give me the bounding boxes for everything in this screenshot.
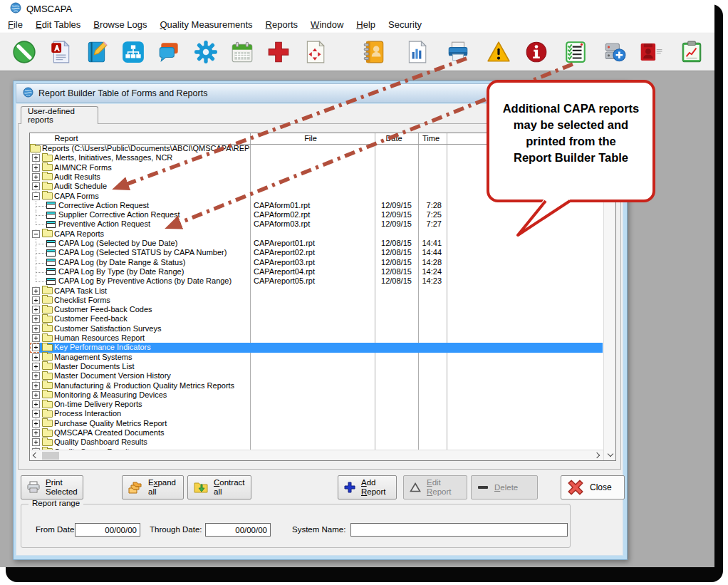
tree-row-folder[interactable]: Customer Satisfaction Surveys	[30, 324, 603, 333]
chat-bubbles-icon[interactable]	[157, 40, 182, 64]
tree-row-leaf[interactable]: CAPA Log (Selected by Due Date)CAPArepor…	[30, 239, 603, 248]
menu-reports[interactable]: Reports	[259, 19, 305, 31]
expand-plus-box[interactable]	[32, 363, 40, 371]
calendar-icon[interactable]	[230, 40, 254, 64]
column-header-report[interactable]: Report	[41, 133, 91, 144]
records-add-icon[interactable]	[603, 40, 627, 64]
expand-plus-box[interactable]	[32, 420, 40, 428]
column-header-file[interactable]: File	[286, 133, 336, 144]
tree-row-folder[interactable]: Management Systems	[30, 353, 603, 362]
expand-plus-box[interactable]	[32, 315, 40, 323]
tree-row-folder[interactable]: Monitoring & Measuring Devices	[30, 390, 603, 400]
tree-row-folder[interactable]: Master Documents List	[30, 362, 603, 371]
menu-browse-logs[interactable]: Browse Logs	[87, 19, 153, 31]
tree-row-folder[interactable]: Customer Feed-back	[30, 314, 603, 323]
tree-row-leaf[interactable]: CAPA Log (by Date Range & Status)CAPArep…	[30, 258, 603, 267]
tree-row-folder[interactable]: Key Performance Indicators	[30, 343, 603, 352]
tree-row-folder[interactable]: Customer Feed-back Codes	[30, 305, 603, 314]
scrollbar-thumb[interactable]	[42, 452, 59, 460]
expand-plus-box[interactable]	[32, 173, 40, 181]
expand-plus-box[interactable]	[32, 372, 40, 380]
clipboard-chart-icon[interactable]	[680, 40, 704, 64]
scroll-left-arrow[interactable]	[30, 450, 41, 460]
column-header-date[interactable]: Date	[373, 133, 415, 144]
tree-row-folder[interactable]: Process Interaction	[30, 409, 603, 418]
tree-row-folder[interactable]: CAPA Task List	[30, 286, 603, 296]
menu-help[interactable]: Help	[350, 19, 382, 31]
collapse-minus-box[interactable]	[32, 192, 40, 200]
expand-plus-box[interactable]	[32, 182, 40, 190]
from-date-input[interactable]	[75, 523, 140, 537]
dialog-title: Report Builder Table of Forms and Report…	[38, 88, 207, 98]
tree-row-folder[interactable]: Purchase Quality Metrics Report	[30, 419, 603, 428]
print-selected-button[interactable]: PrintSelected	[21, 475, 83, 499]
scroll-down-arrow[interactable]	[604, 448, 616, 460]
notebook-edit-icon[interactable]	[85, 40, 109, 64]
tree-row-leaf[interactable]: CAPA Log By Type (by Date Range)CAPArepo…	[30, 267, 603, 276]
expand-plus-box[interactable]	[32, 410, 40, 418]
expand-plus-box[interactable]	[32, 343, 40, 351]
scroll-right-arrow[interactable]	[591, 450, 603, 460]
tree-row-folder[interactable]: Quality Dashboard Results	[30, 438, 603, 447]
tree-row-folder[interactable]: CAPA Reports	[30, 229, 603, 239]
expand-plus-box[interactable]	[32, 400, 40, 408]
menu-security[interactable]: Security	[382, 19, 428, 31]
file-cell: CAPAform01.rpt	[254, 201, 310, 210]
system-name-input[interactable]	[350, 523, 568, 537]
contact-card-icon[interactable]	[640, 40, 664, 64]
callout-bubble: Additional CAPA reports may be selected …	[487, 80, 655, 202]
tab-user-defined-reports[interactable]: User-defined reports	[21, 106, 98, 124]
menu-quality-measurements[interactable]: Quality Measurements	[153, 19, 259, 31]
expand-plus-box[interactable]	[32, 306, 40, 314]
close-button[interactable]: Close	[561, 475, 625, 499]
tree-row-folder[interactable]: Master Document Version History	[30, 371, 603, 380]
contract-all-button[interactable]: Contractall	[187, 475, 251, 499]
expand-plus-box[interactable]	[32, 429, 40, 437]
expand-plus-box[interactable]	[32, 296, 40, 304]
expand-plus-box[interactable]	[32, 164, 40, 172]
menu-bar: FileEdit TablesBrowse LogsQuality Measur…	[0, 17, 716, 32]
menu-window[interactable]: Window	[304, 19, 350, 31]
tree-row-folder[interactable]: Checklist Forms	[30, 296, 603, 305]
expand-all-button[interactable]: Expandall	[122, 475, 184, 499]
expand-plus-box[interactable]	[32, 382, 40, 390]
collapse-minus-box[interactable]	[32, 230, 40, 238]
time-cell: 14:41	[418, 239, 442, 248]
menu-edit-tables[interactable]: Edit Tables	[29, 19, 87, 31]
pdf-document-icon[interactable]	[48, 40, 73, 64]
through-date-input[interactable]	[205, 523, 271, 537]
callout-line: Report Builder Table	[489, 150, 652, 166]
printer-icon[interactable]	[446, 40, 470, 64]
document-markers-icon[interactable]	[303, 40, 327, 64]
expand-plus-box[interactable]	[32, 353, 40, 361]
tree-row-folder[interactable]: QMSCAPA Created Documents	[30, 428, 603, 438]
tree-row-folder[interactable]: Human Resources Report	[30, 333, 603, 343]
expand-plus-box[interactable]	[32, 391, 40, 399]
expand-plus-box[interactable]	[32, 154, 40, 162]
gear-icon[interactable]	[194, 40, 218, 64]
address-book-icon[interactable]	[362, 40, 386, 64]
tree-row-leaf[interactable]: CAPA Log By Preventive Actions (by Date …	[30, 276, 603, 286]
menu-file[interactable]: File	[1, 19, 29, 31]
expand-plus-box[interactable]	[32, 438, 40, 446]
info-icon[interactable]	[524, 40, 548, 64]
sitemap-icon[interactable]	[121, 40, 145, 64]
warning-icon[interactable]	[487, 40, 511, 64]
checklist-icon[interactable]	[563, 40, 588, 64]
expand-plus-box[interactable]	[32, 287, 40, 295]
add-cross-icon[interactable]	[266, 40, 291, 64]
chart-document-icon[interactable]	[405, 40, 429, 64]
horizontal-scrollbar[interactable]	[30, 450, 603, 460]
tree-row-folder[interactable]: Manufacturing & Production Quality Metri…	[30, 381, 603, 390]
no-entry-icon[interactable]	[12, 40, 36, 64]
tree-row-folder[interactable]: On-time Delivery Reports	[30, 400, 603, 409]
folder-icon	[42, 410, 53, 418]
tree-row-leaf[interactable]: CAPA Log (Selected STATUS by CAPA Number…	[30, 248, 603, 257]
tree-row-leaf[interactable]: Supplier Corrective Action RequestCAPAfo…	[30, 210, 603, 219]
expand-plus-box[interactable]	[32, 334, 40, 342]
column-header-time[interactable]: Time	[410, 133, 452, 144]
tree-row-leaf[interactable]: Preventive Action RequestCAPAform03.rpt1…	[30, 219, 603, 229]
add-report-button[interactable]: AddReport	[338, 475, 397, 499]
tree-connector	[36, 224, 46, 225]
expand-plus-box[interactable]	[32, 325, 40, 333]
